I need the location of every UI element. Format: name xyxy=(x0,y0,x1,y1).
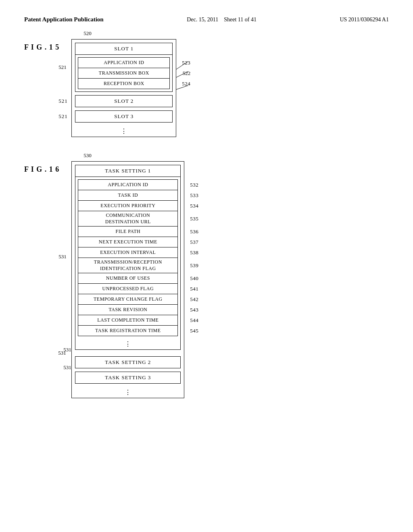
slot1-header: SLOT 1 xyxy=(75,43,172,55)
task3-box: TASK SETTING 3 xyxy=(75,372,181,384)
unprocflag-row: UNPROCESSED FLAG 541 xyxy=(78,284,177,294)
fig15-wrapper: 520 521 SLOT 1 522 APPLICATION ID xyxy=(71,39,176,137)
ref-532: 532 xyxy=(190,182,198,188)
fig16-outer-box: 531 TASK SETTING 1 APPLICATION ID 532 TA… xyxy=(71,161,184,398)
task1-inner-dots: ⋮ xyxy=(75,339,180,349)
fig15-dots: ⋮ xyxy=(72,126,176,137)
filepath-row: FILE PATH 536 xyxy=(78,227,177,237)
slot3-box: 521 SLOT 3 xyxy=(75,110,173,123)
execint-row: EXECUTION INTERVAL 538 xyxy=(78,247,177,258)
ref-544: 544 xyxy=(190,317,198,324)
sheet-info: Sheet 11 of 41 xyxy=(224,17,257,23)
txrxflag-row: TRANSMISSION/RECEPTION IDENTIFICATION FL… xyxy=(78,258,177,273)
ref-530: 530 xyxy=(83,152,92,159)
ref-533: 533 xyxy=(190,192,198,199)
taskrev-row: TASK REVISION 543 xyxy=(78,305,177,315)
fig16-bottom-dots: ⋮ xyxy=(72,387,184,398)
fig16-wrapper: 530 531 TASK SETTING 1 APPLICATION ID 53… xyxy=(71,161,184,398)
fig15-outer-box: 521 SLOT 1 522 APPLICATION ID 523 xyxy=(71,39,176,137)
ref-520: 520 xyxy=(83,30,92,37)
fig15-title: F I G . 1 5 xyxy=(24,43,59,51)
publication-date: Dec. 15, 2011 xyxy=(187,17,218,23)
ref-531-task1: 531 xyxy=(58,254,67,260)
page-header: Patent Application Publication Dec. 15, … xyxy=(24,16,389,23)
fig16-section: F I G . 1 6 530 531 TASK SETTING 1 APPLI… xyxy=(24,161,389,398)
ref-543: 543 xyxy=(190,307,198,313)
fig15-section: F I G . 1 5 520 521 SLOT 1 522 xyxy=(24,39,389,137)
page: Patent Application Publication Dec. 15, … xyxy=(0,0,413,532)
publication-label: Patent Application Publication xyxy=(24,16,104,23)
date-sheet: Dec. 15, 2011 Sheet 11 of 41 xyxy=(187,17,257,23)
taskreg-row: TASK REGISTRATION TIME 545 xyxy=(78,326,177,336)
ref-535: 535 xyxy=(190,215,198,222)
ref-539: 539 xyxy=(190,262,198,269)
fig15-label: F I G . 1 5 xyxy=(24,43,59,52)
task2-box: TASK SETTING 2 xyxy=(75,356,181,368)
ref-541: 541 xyxy=(190,286,198,292)
ref-536: 536 xyxy=(190,229,198,235)
ref-521-slot2: 521 xyxy=(58,98,68,104)
ref-538: 538 xyxy=(190,249,198,256)
ref-522: 522 xyxy=(183,70,191,77)
patent-number: US 2011/0306294 A1 xyxy=(340,17,389,23)
execpri-row: EXECUTION PRIORITY 534 xyxy=(78,201,177,211)
ref-523: 523 xyxy=(182,60,190,66)
rxbox-row: RECEPTION BOX 524 xyxy=(78,79,169,89)
fig16-label: F I G . 1 6 xyxy=(24,165,59,174)
ref-545: 545 xyxy=(190,328,198,334)
ref-521-slot1: 521 xyxy=(58,64,67,71)
appid-row: APPLICATION ID 523 xyxy=(78,58,169,68)
task1-inner-box: APPLICATION ID 532 TASK ID 533 EXECUTION… xyxy=(78,179,178,336)
tempchg-row: TEMPORARY CHANGE FLAG 542 xyxy=(78,294,177,305)
ref-531-group2: 531 531 xyxy=(63,347,71,371)
taskid-row: TASK ID 533 xyxy=(78,190,177,201)
ref-540: 540 xyxy=(190,275,198,282)
ref-521-slot3: 521 xyxy=(58,113,68,120)
lastcomp-row: LAST COMPLETION TIME 544 xyxy=(78,315,177,326)
slot1-group: 521 SLOT 1 522 APPLICATION ID 523 xyxy=(75,43,173,92)
slot2-box: 521 SLOT 2 xyxy=(75,95,173,107)
ref-534: 534 xyxy=(190,203,198,209)
fig16-title: F I G . 1 6 xyxy=(24,165,59,173)
task1-header: TASK SETTING 1 xyxy=(75,165,180,177)
ref-542: 542 xyxy=(190,296,198,303)
txbox-row: TRANSMISSION BOX xyxy=(78,68,169,79)
task1-group: 531 TASK SETTING 1 APPLICATION ID 532 TA… xyxy=(75,165,181,350)
ref-524: 524 xyxy=(182,81,190,87)
nextexec-row: NEXT EXECUTION TIME 537 xyxy=(78,237,177,247)
slot1-inner-box: 522 APPLICATION ID 523 TRANSMISSION BOX … xyxy=(78,57,170,89)
ref-537: 537 xyxy=(190,239,198,245)
numuses-row: NUMBER OF USES 540 xyxy=(78,273,177,284)
appid-row: APPLICATION ID 532 xyxy=(78,180,177,190)
commurl-row: COMMUNICATION DESTINATION URL 535 xyxy=(78,211,177,227)
